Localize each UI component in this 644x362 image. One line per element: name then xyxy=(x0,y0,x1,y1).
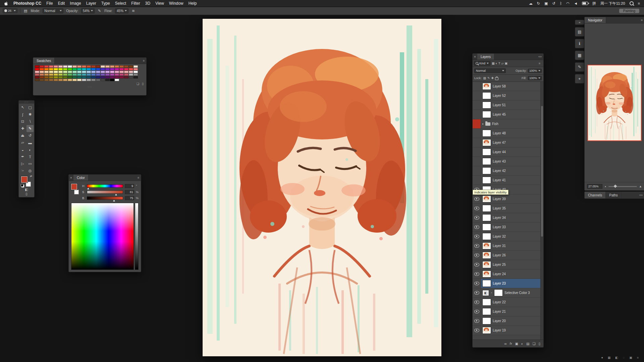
creative-cloud-icon[interactable]: ☁ xyxy=(529,1,533,6)
layer-thumbnail[interactable] xyxy=(482,92,491,99)
swap-colors-icon[interactable]: ⇄ xyxy=(30,175,32,178)
record-dot-icon[interactable]: ● xyxy=(601,356,603,359)
menu-filter[interactable]: Filter xyxy=(131,1,140,6)
menu-select[interactable]: Select xyxy=(115,1,126,6)
layer-thumbnail[interactable] xyxy=(482,214,491,221)
brightness-ramp[interactable] xyxy=(135,203,139,270)
layer-thumbnail[interactable] xyxy=(482,327,491,334)
screen-mode-icon[interactable]: ▯ xyxy=(25,192,28,196)
swatch[interactable] xyxy=(49,73,53,76)
tab-layers[interactable]: Layers xyxy=(477,54,494,60)
layer-content[interactable]: Layer 35 xyxy=(481,204,543,213)
swatch[interactable] xyxy=(63,76,67,78)
swatch[interactable] xyxy=(101,71,105,73)
lock-image-pixels-icon[interactable]: ✎ xyxy=(487,76,490,80)
layer-visibility-toggle[interactable] xyxy=(473,241,481,250)
airbrush-icon[interactable]: ≋ xyxy=(131,9,136,13)
swatch[interactable] xyxy=(77,79,82,81)
new-group-icon[interactable]: ▤ xyxy=(526,342,529,346)
menu-edit[interactable]: Edit xyxy=(58,1,65,6)
toolbar-grip[interactable]: ∷ ∷ xyxy=(19,101,34,104)
filter-adjustment-icon[interactable]: ◐ xyxy=(496,62,497,65)
swatch[interactable] xyxy=(72,71,77,73)
swatch[interactable] xyxy=(35,68,39,70)
link-layers-icon[interactable]: ∞ xyxy=(504,342,506,346)
swatch[interactable] xyxy=(101,79,105,81)
swatch[interactable] xyxy=(77,73,82,76)
volume-icon[interactable]: ◄ xyxy=(574,1,578,5)
layer-row-layer-23[interactable]: Layer 23 xyxy=(473,279,543,288)
menu-file[interactable]: File xyxy=(46,1,53,6)
lock-position-icon[interactable]: ✚ xyxy=(491,76,494,80)
swatch[interactable] xyxy=(105,65,110,68)
toggle-brush-panel-icon[interactable]: ▤ xyxy=(23,9,28,13)
layer-row-layer-51[interactable]: Layer 51 xyxy=(473,101,543,110)
layer-content[interactable]: Layer 20 xyxy=(481,316,543,325)
layer-row-layer-43[interactable]: Layer 43 xyxy=(473,157,543,166)
move-tool[interactable]: ↖ xyxy=(19,104,26,111)
layer-row-layer-21[interactable]: Layer 21 xyxy=(473,307,543,316)
mode-dropdown[interactable]: Normal xyxy=(43,8,63,13)
swatch[interactable] xyxy=(124,73,128,76)
swatch[interactable] xyxy=(110,76,114,78)
navigator-proxy-view[interactable] xyxy=(587,65,642,141)
swatch[interactable] xyxy=(77,68,82,70)
layer-visibility-toggle[interactable] xyxy=(473,194,481,203)
layer-visibility-toggle[interactable] xyxy=(473,157,481,166)
swatch[interactable] xyxy=(101,76,105,78)
square-icon[interactable]: ▣ xyxy=(629,356,632,359)
swatch[interactable] xyxy=(63,79,67,81)
layer-thumbnail[interactable] xyxy=(482,177,491,184)
layer-content[interactable]: Layer 51 xyxy=(481,101,543,110)
layer-visibility-toggle[interactable] xyxy=(473,82,481,91)
layer-content[interactable]: Layer 58 xyxy=(481,82,543,91)
brush-settings-panel-icon[interactable]: ✎ xyxy=(575,62,584,72)
info-panel-icon[interactable]: ℹ xyxy=(575,39,584,48)
swatch[interactable] xyxy=(40,73,44,76)
swatch[interactable] xyxy=(119,71,124,73)
layer-content[interactable]: Layer 31 xyxy=(481,241,543,250)
tab-channels[interactable]: Channels xyxy=(585,192,606,198)
slider-value-s[interactable]: 81 xyxy=(125,190,134,194)
layer-content[interactable]: Layer 45 xyxy=(481,110,543,119)
swatch[interactable] xyxy=(82,71,86,73)
layer-thumbnail[interactable] xyxy=(482,270,491,278)
healing-brush-tool[interactable]: ✚ xyxy=(19,125,26,132)
layer-content[interactable]: Layer 24 xyxy=(481,269,543,279)
circle-icon[interactable]: ◌ xyxy=(623,356,625,359)
swatch[interactable] xyxy=(77,71,82,73)
filter-kind-dropdown[interactable]: Kind xyxy=(474,61,490,66)
layer-content[interactable]: Layer 42 xyxy=(481,166,543,175)
swatch[interactable] xyxy=(68,73,72,76)
layer-visibility-toggle[interactable] xyxy=(473,223,481,232)
layer-row-layer-26[interactable]: Layer 26 xyxy=(473,251,543,260)
menu-type[interactable]: Type xyxy=(101,1,110,6)
filter-pixel-icon[interactable]: ▦ xyxy=(492,62,495,65)
swatch[interactable] xyxy=(115,79,119,81)
close-icon[interactable]: × xyxy=(473,54,477,60)
swatch[interactable] xyxy=(87,68,91,70)
brush-tool[interactable]: ✎ xyxy=(26,125,34,132)
dodge-tool[interactable]: ◐ xyxy=(26,146,34,153)
new-adjustment-layer-icon[interactable]: ◐ xyxy=(521,342,523,346)
layer-visibility-toggle[interactable] xyxy=(473,316,481,325)
swatch[interactable] xyxy=(101,68,105,70)
swatch[interactable] xyxy=(119,65,124,68)
sync-icon[interactable]: ↻ xyxy=(537,1,540,6)
foreground-color[interactable] xyxy=(21,176,28,183)
scrollbar-thumb[interactable] xyxy=(541,106,543,237)
layer-row-layer-45[interactable]: Layer 45 xyxy=(473,110,543,119)
eyedropper-tool[interactable]: ∖ xyxy=(26,118,34,125)
swatch[interactable] xyxy=(68,71,72,73)
layer-visibility-toggle[interactable] xyxy=(473,269,481,279)
layer-thumbnail[interactable] xyxy=(482,280,491,287)
swatch[interactable] xyxy=(58,79,63,81)
resize-grip[interactable]: ∷ ∷ xyxy=(33,85,146,88)
layer-row-layer-48[interactable]: Layer 48 xyxy=(473,129,543,138)
swatch[interactable] xyxy=(129,76,133,78)
swatch[interactable] xyxy=(133,76,138,78)
swatch[interactable] xyxy=(96,76,100,78)
layer-visibility-toggle[interactable] xyxy=(473,232,481,241)
app-name[interactable]: Photoshop CC xyxy=(13,1,41,6)
hand-tool[interactable]: ☞ xyxy=(19,167,26,174)
